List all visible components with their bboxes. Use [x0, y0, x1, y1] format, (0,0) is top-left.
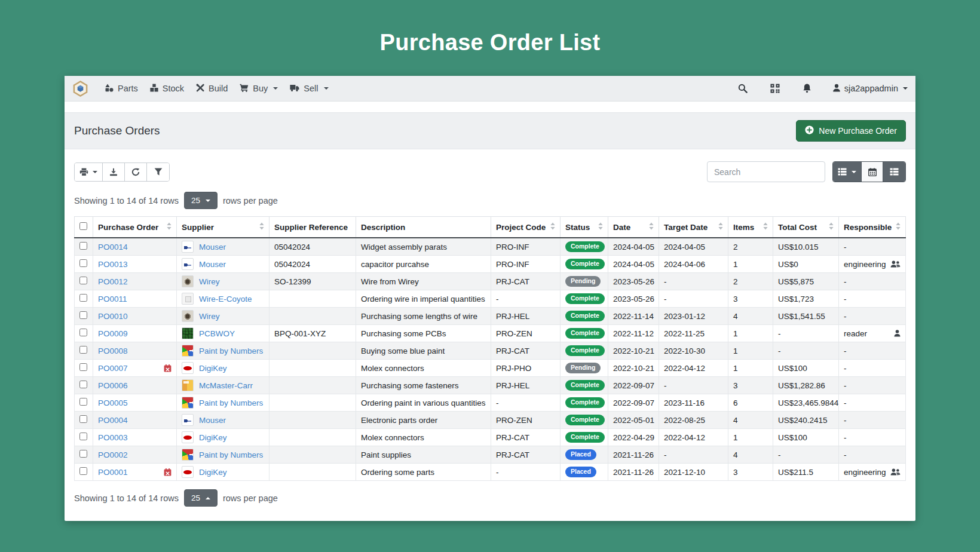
row-checkbox[interactable]: [79, 398, 87, 406]
po-link[interactable]: PO0001: [98, 468, 128, 477]
column-header-responsible[interactable]: Responsible: [839, 217, 906, 238]
po-link[interactable]: PO0009: [98, 329, 128, 338]
po-link[interactable]: PO0008: [98, 346, 128, 355]
row-checkbox[interactable]: [79, 467, 87, 475]
chevron-down-icon: [206, 200, 210, 202]
sort-icon: [259, 222, 264, 232]
supplier-link[interactable]: Mouser: [199, 243, 226, 252]
row-checkbox[interactable]: [79, 277, 87, 284]
row-checkbox[interactable]: [79, 381, 87, 388]
supplier-reference-cell: [270, 377, 356, 394]
po-link[interactable]: PO0006: [98, 381, 128, 390]
rows-per-page-label: rows per page: [223, 196, 278, 206]
status-badge: Complete: [565, 415, 605, 426]
select-all-checkbox[interactable]: [79, 222, 87, 230]
responsible-cell: -: [839, 342, 906, 360]
target-date-cell: 2022-10-30: [659, 342, 728, 360]
column-header-date[interactable]: Date: [608, 217, 659, 238]
row-checkbox[interactable]: [79, 294, 87, 302]
row-checkbox[interactable]: [79, 259, 87, 267]
list-view-button[interactable]: [833, 162, 861, 182]
page-size-dropdown[interactable]: 25: [184, 489, 218, 507]
calendar-view-button[interactable]: [861, 162, 883, 182]
po-link[interactable]: PO0003: [98, 433, 128, 442]
row-checkbox[interactable]: [79, 242, 87, 250]
po-link[interactable]: PO0012: [98, 277, 128, 286]
po-link[interactable]: PO0004: [98, 416, 128, 425]
responsible-cell: -: [839, 308, 906, 325]
column-header-supplier[interactable]: Supplier: [177, 217, 270, 238]
responsible-label: -: [844, 398, 847, 407]
supplier-link[interactable]: PCBWOY: [199, 329, 235, 338]
target-date-cell: 2021-12-10: [659, 464, 728, 481]
row-checkbox[interactable]: [79, 433, 87, 440]
status-badge: Complete: [565, 397, 605, 409]
username-label: sja2appadmin: [844, 84, 898, 93]
supplier-link[interactable]: Paint by Numbers: [199, 346, 263, 355]
row-checkbox[interactable]: [79, 450, 87, 458]
plus-circle-icon: [805, 125, 814, 136]
search-input[interactable]: [707, 161, 825, 182]
supplier-link[interactable]: McMaster-Carr: [199, 381, 253, 390]
status-cell: Complete: [561, 238, 608, 256]
supplier-link[interactable]: Paint by Numbers: [199, 398, 263, 407]
supplier-link[interactable]: DigiKey: [199, 364, 227, 373]
supplier-link[interactable]: Wirey: [199, 277, 220, 286]
refresh-button[interactable]: [125, 163, 147, 181]
filter-button[interactable]: [147, 163, 169, 181]
po-link[interactable]: PO0007: [98, 364, 128, 373]
nav-build[interactable]: Build: [190, 76, 234, 101]
row-checkbox[interactable]: [79, 415, 87, 423]
po-link[interactable]: PO0005: [98, 398, 128, 407]
supplier-link[interactable]: Wire-E-Coyote: [199, 295, 252, 303]
column-header-target-date[interactable]: Target Date: [659, 217, 728, 238]
inventree-logo-icon[interactable]: [72, 81, 88, 97]
total-cost-cell: -: [773, 446, 839, 464]
row-checkbox[interactable]: [79, 363, 87, 371]
print-button[interactable]: [75, 163, 103, 181]
supplier-link[interactable]: Paint by Numbers: [199, 450, 263, 459]
nav-stock[interactable]: Stock: [144, 76, 190, 101]
column-header-purchase-order[interactable]: Purchase Order: [93, 217, 177, 238]
nav-buy[interactable]: Buy: [234, 76, 284, 101]
supplier-reference-cell: BPQ-001-XYZ: [270, 325, 356, 342]
nav-parts[interactable]: Parts: [99, 76, 144, 101]
column-header-total-cost[interactable]: Total Cost: [773, 217, 839, 238]
date-cell: 2022-10-21: [608, 342, 659, 360]
target-date-cell: 2022-04-12: [659, 429, 728, 446]
barcode-scan-icon[interactable]: [759, 84, 791, 93]
responsible-label: -: [844, 364, 847, 373]
responsible-cell: -: [839, 377, 906, 394]
new-purchase-order-button[interactable]: New Purchase Order: [796, 120, 906, 142]
showing-rows-label: Showing 1 to 14 of 14 rows: [74, 493, 179, 503]
supplier-link[interactable]: DigiKey: [199, 468, 227, 477]
search-icon[interactable]: [727, 84, 759, 93]
table-row: PO0002Paint by NumbersPaint suppliesPRJ-…: [75, 446, 906, 464]
cart-icon: [240, 84, 249, 94]
user-menu[interactable]: sja2appadmin: [823, 84, 908, 94]
supplier-link[interactable]: DigiKey: [199, 433, 227, 442]
table-view-button[interactable]: [883, 162, 905, 182]
bell-icon[interactable]: [791, 84, 823, 93]
po-link[interactable]: PO0011: [98, 295, 127, 303]
nav-sell[interactable]: Sell: [284, 76, 334, 101]
new-purchase-order-label: New Purchase Order: [819, 126, 897, 136]
supplier-link[interactable]: Mouser: [199, 416, 226, 425]
row-checkbox[interactable]: [79, 329, 87, 336]
row-checkbox[interactable]: [79, 311, 87, 319]
page-size-dropdown[interactable]: 25: [184, 192, 218, 209]
row-checkbox[interactable]: [79, 346, 87, 354]
po-link[interactable]: PO0014: [98, 243, 128, 252]
supplier-link[interactable]: Mouser: [199, 260, 226, 269]
column-header-items[interactable]: Items: [728, 217, 773, 238]
column-header-project-code[interactable]: Project Code: [491, 217, 561, 238]
row-select-cell: [75, 429, 93, 446]
supplier-link[interactable]: Wirey: [199, 312, 220, 321]
column-header-status[interactable]: Status: [561, 217, 608, 238]
po-link[interactable]: PO0010: [98, 312, 128, 321]
download-button[interactable]: [103, 163, 125, 181]
po-link[interactable]: PO0013: [98, 260, 128, 269]
po-link[interactable]: PO0002: [98, 450, 128, 459]
column-label: Supplier Reference: [274, 223, 348, 232]
project-code-cell: PRJ-CAT: [491, 342, 561, 360]
